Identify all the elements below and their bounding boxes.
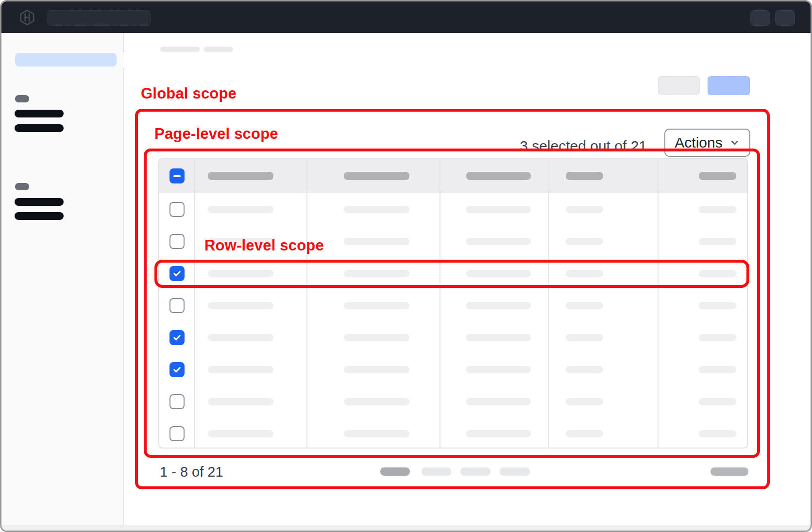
indeterminate-minus-icon: [173, 175, 181, 177]
topbar-button-1[interactable]: [750, 10, 770, 26]
row-checkbox[interactable]: [169, 426, 185, 441]
table-cell: [659, 417, 748, 449]
table-cell: [307, 353, 440, 385]
select-all-checkbox[interactable]: [169, 168, 185, 183]
row-checkbox[interactable]: [169, 394, 185, 409]
sidebar-nav-item-skeleton[interactable]: [15, 198, 64, 206]
row-checkbox[interactable]: [169, 234, 185, 249]
cell-skeleton: [344, 366, 409, 373]
table-cell: [440, 321, 549, 353]
cell-skeleton: [566, 366, 603, 373]
cell-skeleton: [466, 430, 531, 437]
breadcrumb-skeleton: [204, 47, 233, 52]
table-row: [159, 193, 747, 225]
table-cell: [659, 353, 748, 385]
table-cell: [549, 353, 659, 385]
chevron-down-icon: [729, 137, 740, 148]
cell-skeleton: [699, 430, 736, 437]
primary-button-skeleton[interactable]: [708, 76, 750, 95]
table-body: [159, 193, 747, 449]
table-cell: [307, 417, 440, 449]
hashicorp-logo-icon[interactable]: [19, 9, 35, 26]
table-cell: [440, 385, 549, 417]
table-row: [159, 321, 747, 353]
table-cell: [440, 417, 549, 449]
table-cell: [307, 225, 440, 257]
table-cell: [307, 193, 440, 225]
row-checkbox[interactable]: [169, 362, 185, 377]
table-cell: [659, 289, 748, 321]
table-cell: [659, 193, 748, 225]
header-cell: [440, 159, 549, 193]
pagination-page-current[interactable]: [380, 467, 410, 476]
cell-skeleton: [208, 334, 273, 341]
header-cell: [549, 159, 659, 193]
table-cell: [659, 321, 748, 353]
cell-skeleton: [208, 270, 273, 277]
row-checkbox[interactable]: [169, 298, 185, 313]
cell-skeleton: [344, 206, 409, 213]
pagination-page[interactable]: [460, 467, 491, 476]
header-cell: [307, 159, 440, 193]
sidebar-section-label-skeleton: [15, 183, 29, 190]
sidebar-nav-item-skeleton[interactable]: [15, 124, 64, 132]
cell-skeleton: [566, 270, 603, 277]
cell-skeleton: [699, 366, 736, 373]
table-cell: [307, 321, 440, 353]
table-cell: [549, 321, 659, 353]
row-checkbox[interactable]: [169, 202, 185, 217]
table-cell: [549, 225, 659, 257]
pagination-page-size[interactable]: [710, 467, 748, 476]
sidebar-section-label-skeleton: [15, 95, 29, 102]
table-cell: [307, 385, 440, 417]
table-cell: [195, 353, 307, 385]
actions-button-label: Actions: [675, 134, 722, 151]
selection-summary: 3 selected out of 21: [480, 138, 647, 154]
table-cell: [549, 417, 659, 449]
actions-button[interactable]: Actions: [664, 129, 750, 157]
table-cell: [440, 193, 549, 225]
row-checkbox[interactable]: [169, 330, 185, 345]
search-input[interactable]: [47, 10, 151, 26]
cell-skeleton: [208, 366, 273, 373]
sidebar-active-item[interactable]: [15, 53, 117, 66]
table-cell: [549, 257, 659, 289]
cell-skeleton: [208, 398, 273, 405]
row-checkbox[interactable]: [169, 266, 185, 281]
cell-skeleton: [699, 302, 736, 309]
page-scope-label: Page-level scope: [154, 126, 278, 141]
pagination-page[interactable]: [422, 467, 451, 476]
table-cell: [195, 289, 307, 321]
table-header-row: [159, 159, 747, 193]
cell-skeleton: [699, 334, 736, 341]
cell-skeleton: [699, 206, 736, 213]
table-cell: [440, 257, 549, 289]
table-cell: [659, 225, 748, 257]
cell-skeleton: [344, 334, 409, 341]
header-skeleton: [208, 172, 273, 180]
table-cell: [195, 257, 307, 289]
topbar: [1, 1, 811, 33]
header-skeleton: [699, 172, 736, 180]
header-skeleton: [466, 172, 531, 180]
table-cell: [195, 385, 307, 417]
cell-skeleton: [699, 238, 736, 245]
pagination-page[interactable]: [500, 467, 530, 476]
topbar-button-2[interactable]: [775, 10, 795, 26]
cell-skeleton: [566, 398, 603, 405]
cell-skeleton: [344, 430, 409, 437]
sidebar: [1, 33, 124, 525]
cell-skeleton: [208, 302, 273, 309]
table-cell: [440, 353, 549, 385]
table-cell: [195, 193, 307, 225]
secondary-button-skeleton[interactable]: [658, 76, 700, 95]
sidebar-nav-item-skeleton[interactable]: [15, 212, 64, 220]
sidebar-nav-item-skeleton[interactable]: [15, 110, 64, 117]
cell-skeleton: [566, 206, 603, 213]
table-cell: [440, 289, 549, 321]
table-row: [159, 289, 747, 321]
data-table: [158, 158, 748, 449]
cell-skeleton: [344, 302, 409, 309]
table-row: [159, 257, 747, 289]
table-cell: [549, 193, 659, 225]
